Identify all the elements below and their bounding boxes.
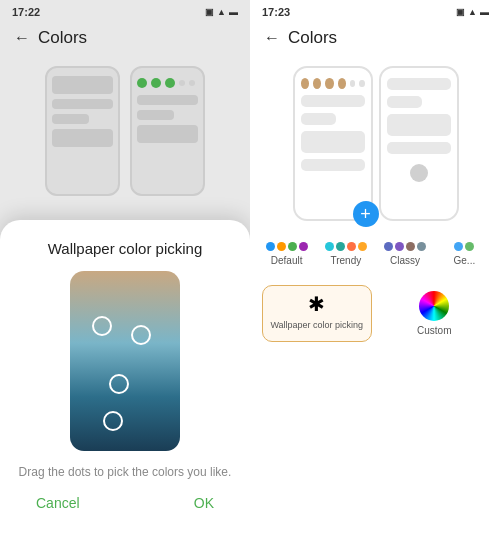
pick-dot-1[interactable] <box>92 316 112 336</box>
r2-bar-1 <box>387 78 451 90</box>
r-phone-mockup-1: + <box>293 66 373 221</box>
trendy-dot-3 <box>347 242 356 251</box>
classy-dot-3 <box>406 242 415 251</box>
right-panel: 17:23 ▣ ▲ ▬ ← Colors + <box>250 0 501 560</box>
trendy-dots <box>325 242 367 251</box>
default-dot-4 <box>299 242 308 251</box>
back-bar-right: ← Colors <box>250 20 501 56</box>
ge-dot-1 <box>454 242 463 251</box>
default-label: Default <box>271 255 303 266</box>
r-bar-1 <box>301 95 365 107</box>
color-option-classy[interactable]: Classy <box>377 235 434 273</box>
r-preview-dots <box>301 78 365 89</box>
time-right: 17:23 <box>262 6 290 18</box>
trendy-dot-1 <box>325 242 334 251</box>
r-dot-6 <box>359 80 364 87</box>
r-mock-bar-1 <box>137 95 198 105</box>
r-phone-mockup-2 <box>379 66 459 221</box>
wifi-icon: ▲ <box>217 7 226 17</box>
status-bar-right: 17:23 ▣ ▲ ▬ <box>250 0 501 20</box>
back-bar-left: ← Colors <box>0 20 250 56</box>
color-option-default[interactable]: Default <box>258 235 315 273</box>
wallpaper-color-option[interactable]: ✱ Wallpaper color picking <box>262 285 372 342</box>
battery-icon-r: ▬ <box>480 7 489 17</box>
color-option-ge[interactable]: Ge... <box>436 235 493 273</box>
classy-dot-4 <box>417 242 426 251</box>
status-icons-left: ▣ ▲ ▬ <box>205 7 238 17</box>
back-button-right[interactable]: ← <box>264 29 280 47</box>
classy-dots <box>384 242 426 251</box>
add-color-button[interactable]: + <box>353 201 379 227</box>
custom-color-option[interactable]: Custom <box>380 285 490 342</box>
mock-bar-3 <box>52 114 89 124</box>
r-mock-bar-2 <box>137 110 174 120</box>
back-button-left[interactable]: ← <box>14 29 30 47</box>
default-dots <box>266 242 308 251</box>
ge-dot-2 <box>465 242 474 251</box>
modal-buttons: Cancel OK <box>16 495 234 511</box>
sim-icon: ▣ <box>205 7 214 17</box>
phone-mockup-2 <box>130 66 205 196</box>
left-panel: 17:22 ▣ ▲ ▬ ← Colors <box>0 0 250 560</box>
preview-dot-3 <box>165 78 175 88</box>
mock-bar-1 <box>52 76 113 94</box>
preview-dots <box>137 78 198 88</box>
classy-label: Classy <box>390 255 420 266</box>
preview-dot-2 <box>151 78 161 88</box>
r-bar-2 <box>301 113 336 125</box>
pick-dot-2[interactable] <box>131 325 151 345</box>
sim-icon-r: ▣ <box>456 7 465 17</box>
ge-label: Ge... <box>454 255 476 266</box>
pick-dot-4[interactable] <box>103 411 123 431</box>
modal-title: Wallpaper color picking <box>48 240 203 257</box>
modal-hint: Drag the dots to pick the colors you lik… <box>19 465 232 479</box>
page-title-right: Colors <box>288 28 337 48</box>
preview-dot-1 <box>137 78 147 88</box>
trendy-dot-2 <box>336 242 345 251</box>
trendy-label: Trendy <box>330 255 361 266</box>
phone-mockup-1 <box>45 66 120 196</box>
color-option-trendy[interactable]: Trendy <box>317 235 374 273</box>
status-icons-right: ▣ ▲ ▬ <box>456 7 489 17</box>
default-dot-1 <box>266 242 275 251</box>
r2-dot <box>410 164 428 182</box>
right-preview: + <box>250 56 501 231</box>
default-dot-3 <box>288 242 297 251</box>
wifi-icon-r: ▲ <box>468 7 477 17</box>
r-bar-4 <box>301 159 365 171</box>
r-dot-2 <box>313 78 321 89</box>
ge-dots <box>454 242 474 251</box>
mock-bar-4 <box>52 129 113 147</box>
r-dot-4 <box>338 78 346 89</box>
cancel-button[interactable]: Cancel <box>36 495 80 511</box>
mock-bar-2 <box>52 99 113 109</box>
battery-icon: ▬ <box>229 7 238 17</box>
status-bar-left: 17:22 ▣ ▲ ▬ <box>0 0 250 20</box>
custom-label: Custom <box>417 325 451 336</box>
wallpaper-icon: ✱ <box>308 292 325 316</box>
r-dot-1 <box>301 78 309 89</box>
wallpaper-image <box>70 271 180 451</box>
bottom-options: ✱ Wallpaper color picking Custom <box>250 277 501 350</box>
r2-bar-2 <box>387 96 422 108</box>
wallpaper-label: Wallpaper color picking <box>270 320 363 330</box>
r2-bar-3 <box>387 114 451 136</box>
color-options-grid: Default Trendy Classy <box>250 231 501 277</box>
r-dot-3 <box>325 78 333 89</box>
classy-dot-1 <box>384 242 393 251</box>
r-bar-3 <box>301 131 365 153</box>
r-dot-5 <box>350 80 355 87</box>
trendy-dot-4 <box>358 242 367 251</box>
page-title-left: Colors <box>38 28 87 48</box>
classy-dot-2 <box>395 242 404 251</box>
r-mock-bar-3 <box>137 125 198 143</box>
default-dot-2 <box>277 242 286 251</box>
ok-button[interactable]: OK <box>194 495 214 511</box>
preview-dot-5 <box>189 80 195 86</box>
pick-dot-3[interactable] <box>109 374 129 394</box>
custom-circle-icon <box>419 291 449 321</box>
r2-bar-4 <box>387 142 451 154</box>
time-left: 17:22 <box>12 6 40 18</box>
preview-dot-4 <box>179 80 185 86</box>
wallpaper-modal: Wallpaper color picking Drag the dots to… <box>0 220 250 560</box>
